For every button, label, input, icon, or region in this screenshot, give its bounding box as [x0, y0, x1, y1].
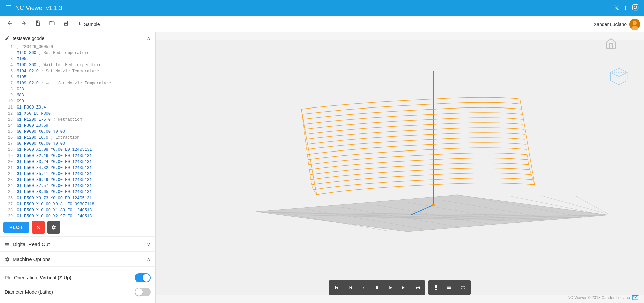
line-number: 19 — [0, 153, 15, 159]
line-number: 12 — [0, 111, 15, 117]
play-button[interactable] — [384, 280, 397, 295]
line-code: G1 F500 X2.16 Y0.00 E0.12405131 — [15, 153, 155, 159]
twitter-icon[interactable]: 𝕏 — [614, 4, 619, 12]
table-row: 8G28 — [0, 87, 155, 93]
machine-options-gear-icon — [5, 257, 10, 262]
line-number: 23 — [0, 177, 15, 183]
code-editor[interactable]: 1; 220426_0005292M140 S60 ; Set Bed Temp… — [0, 44, 155, 218]
plot-button[interactable]: PLOT — [3, 222, 29, 233]
file-collapse-btn[interactable]: ∧ — [147, 35, 151, 41]
line-code: M105 — [15, 75, 155, 81]
table-row: 9M83 — [0, 93, 155, 99]
line-number: 13 — [0, 117, 15, 123]
dro-section: Digital Read Out ∨ — [0, 236, 155, 252]
facebook-icon[interactable]: f — [625, 5, 627, 12]
scene-svg — [156, 32, 644, 303]
stop-button[interactable] — [32, 221, 45, 234]
line-number: 3 — [0, 56, 15, 62]
instagram-icon[interactable] — [632, 4, 639, 12]
step-back-button[interactable] — [343, 280, 357, 295]
machine-options-title-area: Machine Options — [5, 256, 51, 262]
line-number: 18 — [0, 147, 15, 153]
plot-settings-button[interactable] — [47, 221, 60, 234]
table-row: 28G1 F500 X10.00 Y1.89 E0.12405131 — [0, 208, 155, 214]
new-file-button[interactable] — [32, 19, 44, 29]
back-button[interactable] — [357, 280, 370, 295]
table-row: 21G1 F500 X4.32 Y0.00 E0.12405131 — [0, 165, 155, 171]
playback-controls — [329, 280, 425, 295]
line-code: M140 S60 ; Set Bed Temperature — [15, 50, 155, 56]
diameter-mode-row: Diameter Mode (Lathe) — [5, 285, 151, 299]
plot-orientation-toggle[interactable] — [135, 273, 151, 282]
table-row: 24G1 F500 X7.57 Y0.00 E0.12405131 — [0, 183, 155, 189]
svg-point-56 — [432, 204, 435, 206]
undo-button[interactable] — [4, 19, 15, 29]
line-number: 20 — [0, 159, 15, 165]
line-number: 16 — [0, 135, 15, 141]
table-row: 7M109 S210 ; Wait for Nozzle Temperature — [0, 81, 155, 87]
line-number: 6 — [0, 75, 15, 81]
line-number: 11 — [0, 105, 15, 111]
table-row: 10G90 — [0, 99, 155, 105]
line-code: G1 F500 X8.65 Y0.00 E0.12405131 — [15, 189, 155, 196]
plot-orientation-label: Plot Orientation: Vertical (Z-Up) — [5, 275, 71, 280]
line-number: 4 — [0, 62, 15, 69]
svg-marker-58 — [611, 72, 619, 85]
line-code: G1 F500 X3.24 Y0.00 E0.12405131 — [15, 159, 155, 165]
table-row: 26G1 F500 X9.73 Y0.00 E0.12405131 — [0, 196, 155, 202]
machine-options-header[interactable]: Machine Options ∧ — [0, 252, 155, 267]
line-number: 22 — [0, 171, 15, 177]
stop-playback-button[interactable] — [370, 280, 384, 295]
table-row: 17G0 F9000 X0.00 Y0.00 — [0, 141, 155, 147]
line-number: 2 — [0, 50, 15, 56]
table-row: 27G1 F500 X10.00 Y0.81 E0.09807118 — [0, 202, 155, 208]
svg-line-66 — [619, 81, 627, 85]
menu-icon[interactable]: ☰ — [5, 4, 11, 12]
step-fwd-button[interactable] — [397, 280, 411, 295]
open-file-button[interactable] — [46, 19, 58, 29]
line-code: G1 F500 X10.00 Y2.97 E0.12405131 — [15, 214, 155, 218]
table-row: 3M105 — [0, 56, 155, 62]
line-code: G1 F300 Z0.4 — [15, 105, 155, 111]
rewind-start-button[interactable] — [330, 280, 343, 295]
app-title: NC Viewer v1.1.3 — [15, 5, 614, 12]
line-code: G28 — [15, 87, 155, 93]
line-code: G1 F1200 E-6.0 ; Retraction — [15, 117, 155, 123]
line-code: M104 S210 ; Set Nozzle Temperature — [15, 69, 155, 75]
dro-header[interactable]: Digital Read Out ∨ — [0, 237, 155, 252]
line-code: ; 220426_000529 — [15, 44, 155, 50]
topbar: ☰ NC Viewer v1.1.3 𝕏 f — [0, 0, 644, 16]
viewport-home-button[interactable] — [605, 38, 617, 51]
sample-button[interactable]: Sample — [74, 20, 102, 28]
dro-expand-icon: ∨ — [147, 241, 151, 247]
line-code: M109 S210 ; Wait for Nozzle Temperature — [15, 81, 155, 87]
line-number: 14 — [0, 123, 15, 129]
plot-controls: PLOT — [0, 218, 155, 236]
file-header: testsave.gcode ∧ — [0, 32, 155, 44]
view-cube[interactable] — [607, 66, 631, 91]
table-row: 15G0 F9000 X0.00 Y0.00 — [0, 129, 155, 135]
expand-button[interactable] — [456, 280, 470, 295]
line-code: G1 F500 X4.32 Y0.00 E0.12405131 — [15, 165, 155, 171]
table-row: 19G1 F500 X2.16 Y0.00 E0.12405131 — [0, 153, 155, 159]
table-row: 13G1 F1200 E-6.0 ; Retraction — [0, 117, 155, 123]
table-row: 12G1 X50 E8 F800 — [0, 111, 155, 117]
redo-button[interactable] — [18, 19, 30, 29]
diameter-mode-label: Diameter Mode (Lathe) — [5, 289, 53, 295]
save-file-button[interactable] — [60, 19, 72, 29]
table-row: 14G1 F300 Z0.69 — [0, 123, 155, 129]
line-code: M83 — [15, 93, 155, 99]
table-row: 29G1 F500 X10.00 Y2.97 E0.12405131 — [0, 214, 155, 218]
list-view-button[interactable] — [443, 280, 456, 295]
line-number: 27 — [0, 202, 15, 208]
table-row: 20G1 F500 X3.24 Y0.00 E0.12405131 — [0, 159, 155, 165]
left-panel: testsave.gcode ∧ 1; 220426_0005292M140 S… — [0, 32, 156, 303]
diameter-mode-toggle[interactable] — [135, 288, 151, 296]
line-number: 10 — [0, 99, 15, 105]
copyright: NC Viewer © 2018 Xander Luciano — [567, 295, 639, 300]
fwd-end-button[interactable] — [411, 280, 424, 295]
line-code: G1 F500 X6.49 Y0.00 E0.12405131 — [15, 177, 155, 183]
viewport[interactable]: NC Viewer © 2018 Xander Luciano — [156, 32, 644, 303]
flask-button[interactable] — [429, 280, 443, 295]
playback-bar — [329, 280, 471, 295]
